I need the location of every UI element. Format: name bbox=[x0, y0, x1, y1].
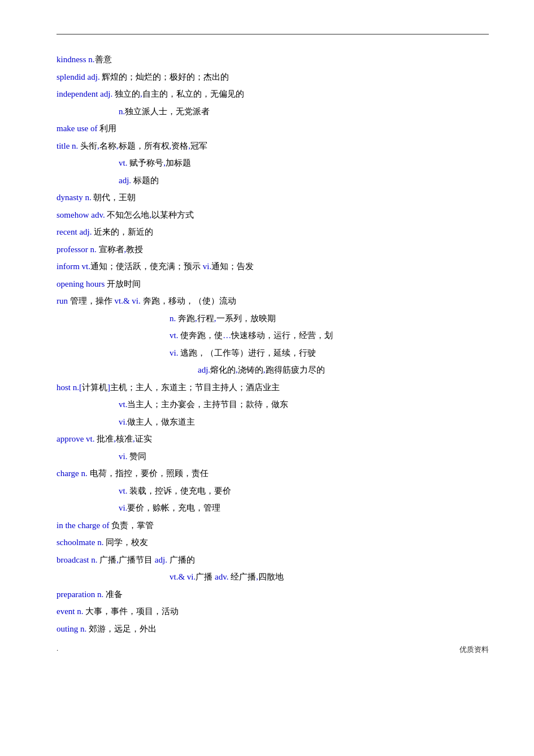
vocab-line: recent adj. 近来的，新近的 bbox=[57, 224, 489, 240]
vocab-line: opening hours 开放时间 bbox=[57, 276, 489, 292]
vocab-line: vt.当主人；主办宴会，主持节目；款待，做东 bbox=[57, 396, 489, 413]
vocab-line: charge n. 电荷，指控，要价，照顾，责任 bbox=[57, 465, 489, 482]
vocab-line: splendid adj. 辉煌的；灿烂的；极好的；杰出的 bbox=[57, 69, 489, 85]
vocab-line: make use of 利用 bbox=[57, 120, 489, 137]
vocab-line: preparation n. 准备 bbox=[57, 586, 489, 603]
vocab-line: independent adj. 独立的,自主的，私立的，无偏见的 bbox=[57, 86, 489, 102]
vocab-line: professor n. 宣称者,教授 bbox=[57, 241, 489, 258]
footer-label: 优质资料 bbox=[459, 645, 489, 655]
vocab-line: outing n. 郊游，远足，外出 bbox=[57, 621, 489, 637]
vocab-line: vt. 装载，控诉，使充电，要价 bbox=[57, 483, 489, 499]
bottom-dot: · bbox=[57, 646, 58, 655]
vocab-line: vi.要价，赊帐，充电，管理 bbox=[57, 500, 489, 516]
vocab-line: run 管理，操作 vt.& vi. 奔跑，移动，（使）流动 bbox=[57, 293, 489, 309]
vocab-line: vt.& vi.广播 adv. 经广播,四散地 bbox=[57, 569, 489, 585]
vocab-line: approve vt. 批准,核准,证实 bbox=[57, 431, 489, 447]
vocab-line: kindness n.善意 bbox=[57, 51, 489, 68]
vocab-line: title n. 头衔,名称,标题，所有权,资格,冠军 bbox=[57, 138, 489, 154]
vocab-line: event n. 大事，事件，项目，活动 bbox=[57, 603, 489, 620]
vocab-line: schoolmate n. 同学，校友 bbox=[57, 534, 489, 551]
vocab-line: in the charge of 负责，掌管 bbox=[57, 517, 489, 534]
vocab-line: adj. 标题的 bbox=[57, 172, 489, 189]
vocab-line: vt. 使奔跑，使…快速移动，运行，经营，划 bbox=[57, 327, 489, 344]
vocab-line: broadcast n. 广播,广播节目 adj. 广播的 bbox=[57, 552, 489, 568]
vocab-line: n. 奔跑,行程,一系列，放映期 bbox=[57, 310, 489, 327]
vocab-line: somehow adv. 不知怎么地,以某种方式 bbox=[57, 207, 489, 223]
vocab-line: dynasty n. 朝代，王朝 bbox=[57, 189, 489, 206]
top-divider bbox=[57, 34, 489, 34]
vocab-line: vi.做主人，做东道主 bbox=[57, 414, 489, 430]
vocab-line: n.独立派人士，无党派者 bbox=[57, 103, 489, 120]
vocab-line: vt. 赋予称号,加标题 bbox=[57, 155, 489, 171]
vocab-line: vi. 逃跑，（工作等）进行，延续，行驶 bbox=[57, 345, 489, 361]
vocab-list: kindness n.善意splendid adj. 辉煌的；灿烂的；极好的；杰… bbox=[57, 51, 489, 637]
vocab-line: inform vt.通知；使活跃，使充满；预示 vi.通知；告发 bbox=[57, 258, 489, 275]
page-container: kindness n.善意splendid adj. 辉煌的；灿烂的；极好的；杰… bbox=[0, 0, 534, 672]
vocab-line: adj.熔化的,浇铸的,跑得筋疲力尽的 bbox=[57, 362, 489, 378]
vocab-line: vi. 赞同 bbox=[57, 448, 489, 465]
vocab-line: host n.[计算机]主机；主人，东道主；节目主持人；酒店业主 bbox=[57, 379, 489, 396]
